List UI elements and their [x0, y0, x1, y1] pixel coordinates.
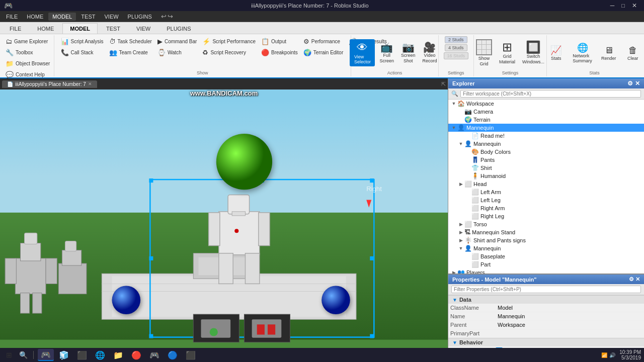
maximize-button[interactable]: □ — [618, 2, 628, 9]
task-scheduler-button[interactable]: ⏱ Task Scheduler — [107, 36, 154, 47]
grid-material-button[interactable]: ⊞ GridMaterial — [497, 40, 518, 66]
terrain-editor-button[interactable]: 🌍 Terrain Editor — [301, 47, 346, 58]
minimize-button[interactable]: ─ — [607, 2, 618, 9]
ribbon-tab-model[interactable]: MODEL — [62, 23, 98, 34]
tree-item-right-arm[interactable]: ▶ ⬜ Right Arm — [448, 204, 644, 212]
script-recovery-button[interactable]: ♻ Script Recovery — [200, 47, 249, 58]
mannequin-sub-toggle[interactable]: ▼ — [457, 141, 464, 146]
tree-item-shirt-pants-signs[interactable]: ▶ 🪧 Shirt and Pants signs — [448, 236, 644, 244]
tree-item-mannequin-stand[interactable]: ▶ 🏗 Mannequin Stand — [448, 228, 644, 236]
ribbon-tab-plugins[interactable]: PLUGINS — [159, 23, 198, 34]
tree-item-camera[interactable]: ▶ 📷 Camera — [448, 108, 644, 116]
workspace-toggle[interactable]: ▼ — [450, 101, 457, 106]
tree-item-torso[interactable]: ▶ ⬜ Torso — [448, 220, 644, 228]
command-bar-button[interactable]: ▶ Command Bar — [155, 36, 199, 47]
volume-tray-icon[interactable]: 🔊 — [609, 352, 615, 358]
stud-2-button[interactable]: 2 Studs — [445, 36, 467, 43]
clear-button[interactable]: 🗑 Clear — [622, 43, 644, 63]
redo-button[interactable]: ↪ — [168, 13, 173, 20]
behavior-section-header[interactable]: ▼ Behavior — [448, 338, 644, 346]
script-analysis-button[interactable]: 📊 Script Analysis — [58, 36, 106, 47]
stats-button[interactable]: 📈 Stats — [545, 43, 567, 63]
stud-4-button[interactable]: 4 Studs — [445, 44, 467, 51]
explorer-close-icon[interactable]: ✕ — [635, 80, 640, 87]
screenshot-button[interactable]: 📷 ScreenShot — [398, 41, 418, 65]
taskbar-clock[interactable]: 10:39 PM 5/3/2019 — [619, 349, 641, 360]
tree-item-part[interactable]: ▶ ⬜ Part — [448, 260, 644, 268]
network-tray-icon[interactable]: 📶 — [601, 352, 607, 358]
stud-16-button[interactable]: 16 Studs — [444, 52, 469, 59]
menu-item-model[interactable]: MODEL — [48, 13, 76, 21]
taskbar-app-chrome[interactable]: 🌐 — [92, 349, 108, 361]
tree-item-body-colors[interactable]: ▶ 🎨 Body Colors — [448, 148, 644, 156]
name-value[interactable] — [496, 313, 642, 319]
tree-item-terrain[interactable]: ▶ 🌍 Terrain — [448, 116, 644, 124]
close-button[interactable]: ✕ — [629, 2, 640, 9]
explorer-settings-icon[interactable]: ⚙ — [627, 80, 633, 87]
search-button[interactable]: 🔍 — [17, 349, 29, 361]
properties-settings-icon[interactable]: ⚙ — [629, 276, 634, 282]
tree-item-workspace[interactable]: ▼ 🏠 Workspace — [448, 100, 644, 108]
tree-item-baseplate[interactable]: ▶ ⬜ Baseplate — [448, 252, 644, 260]
render-button[interactable]: 🖥 Render — [598, 43, 620, 63]
properties-close-icon[interactable]: ✕ — [635, 276, 640, 282]
stats-label: Stats — [551, 56, 561, 61]
tree-item-pants[interactable]: ▶ 👖 Pants — [448, 156, 644, 164]
tree-item-readme[interactable]: ▶ 📄 Read me! — [448, 132, 644, 140]
script-perf-button[interactable]: ⚡ Script Performance — [200, 36, 258, 47]
video-record-button[interactable]: 🎥 VideoRecord — [420, 41, 439, 65]
taskbar-app-5[interactable]: 🔴 — [128, 349, 144, 361]
object-browser-button[interactable]: 📁 Object Browser — [3, 58, 52, 69]
viewport-3d[interactable]: www.BANDICAM.com — [0, 89, 448, 351]
tree-item-shirt[interactable]: ▶ 👕 Shirt — [448, 164, 644, 172]
data-section-label: Data — [459, 297, 471, 303]
roblox-studio-taskbar[interactable]: 🎮 — [38, 349, 54, 361]
ribbon-tab-view[interactable]: VIEW — [129, 23, 158, 34]
taskbar-app-8[interactable]: ⬛ — [183, 349, 199, 361]
output-button[interactable]: 📋 Output — [259, 36, 289, 47]
view-selector-button[interactable]: 👁 ViewSelector — [350, 39, 375, 66]
start-button[interactable]: ⊞ — [3, 349, 15, 361]
menu-item-home[interactable]: HOME — [23, 13, 47, 21]
ribbon-tab-home[interactable]: HOME — [30, 23, 61, 34]
game-explorer-button[interactable]: 🗂 Game Explorer — [3, 36, 50, 47]
team-create-button[interactable]: 👥 Team Create — [107, 47, 150, 58]
menu-item-view[interactable]: VIEW — [100, 13, 122, 21]
tree-item-head[interactable]: ▶ ⬜ Head — [448, 180, 644, 188]
tree-item-mannequin2[interactable]: ▼ 👤 Mannequin — [448, 244, 644, 252]
undo-button[interactable]: ↩ — [161, 13, 167, 20]
switch-windows-button[interactable]: 🔲 SwitchWindows... — [520, 40, 547, 66]
properties-search-input[interactable] — [451, 286, 641, 293]
tree-item-left-arm[interactable]: ▶ ⬜ Left Arm — [448, 188, 644, 196]
tree-item-mannequin-sub[interactable]: ▼ 👤 Mannequin — [448, 140, 644, 148]
menu-item-file[interactable]: FILE — [2, 13, 22, 21]
viewport-tab-close[interactable]: ✕ — [88, 81, 92, 86]
mannequin-root-toggle[interactable]: ▼ — [450, 125, 457, 130]
taskbar-app-2[interactable]: 🧊 — [56, 349, 72, 361]
tree-item-players[interactable]: ▶ 👥 Players — [448, 268, 644, 274]
show-grid-button[interactable]: ShowGrid — [473, 38, 495, 68]
menu-item-plugins[interactable]: PLUGINS — [124, 13, 156, 21]
call-stack-button[interactable]: 📞 Call Stack — [58, 47, 96, 58]
network-summary-button[interactable]: 🌐 NetworkSummary — [569, 40, 596, 65]
performance-button[interactable]: ⚙ Performance — [301, 36, 343, 47]
taskbar-app-6[interactable]: 🎮 — [146, 349, 163, 361]
data-section-header[interactable]: ▼ Data — [448, 295, 644, 304]
full-screen-button[interactable]: 📺 FullScreen — [377, 41, 396, 65]
tree-item-humanoid[interactable]: ▶ 🧍 Humanoid — [448, 172, 644, 180]
viewport-tab[interactable]: 📄 iiiAllypoppyiii's Place Number: 7 ✕ — [2, 80, 97, 88]
ribbon-tab-test[interactable]: TEST — [99, 23, 128, 34]
menu-item-test[interactable]: TEST — [77, 13, 99, 21]
tree-item-right-leg[interactable]: ▶ ⬜ Right Leg — [448, 212, 644, 220]
svg-point-37 — [321, 286, 350, 314]
taskbar-app-7[interactable]: 🔵 — [165, 349, 181, 361]
breakpoints-button[interactable]: 🔴 Breakpoints — [259, 47, 300, 58]
taskbar-app-explorer[interactable]: 📁 — [110, 349, 126, 361]
toolbox-button[interactable]: 🔧 Toolbox — [3, 47, 35, 58]
explorer-search-input[interactable] — [460, 90, 641, 98]
taskbar-app-3[interactable]: ⬛ — [74, 349, 90, 361]
ribbon-tab-file[interactable]: FILE — [2, 23, 29, 34]
tree-item-mannequin-root[interactable]: ▼ 👤 Mannequin — [448, 124, 644, 132]
tree-item-left-leg[interactable]: ▶ ⬜ Left Leg — [448, 196, 644, 204]
watch-button[interactable]: ⌚ Watch — [155, 47, 184, 58]
